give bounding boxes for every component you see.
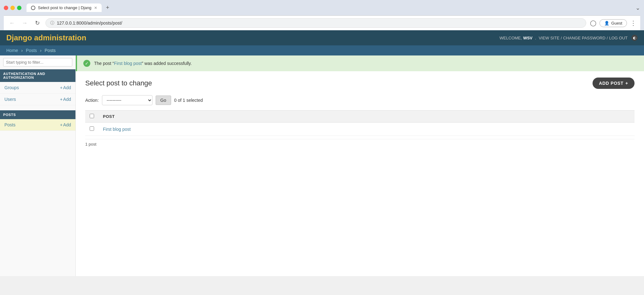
sidebar-posts-link[interactable]: Posts bbox=[4, 122, 15, 127]
django-admin-title: Django administration bbox=[6, 33, 86, 42]
sidebar-filter-input[interactable] bbox=[3, 58, 72, 67]
post-count: 1 post bbox=[85, 139, 635, 149]
browser-actions: ◯ 👤 Guest ⋮ bbox=[590, 19, 636, 27]
sidebar-toggle-icon[interactable]: ◯ bbox=[590, 20, 596, 26]
breadcrumb-posts: Posts bbox=[45, 48, 56, 53]
info-icon: ⓘ bbox=[50, 20, 54, 26]
table-header-row: POST bbox=[85, 111, 635, 123]
breadcrumb-sep2: › bbox=[40, 48, 42, 53]
sidebar: AUTHENTICATION AND AUTHORIZATION Groups … bbox=[0, 55, 76, 276]
traffic-light-maximize[interactable] bbox=[17, 6, 21, 10]
table-row: First blog post bbox=[85, 123, 635, 136]
success-text: The post “First blog post” was added suc… bbox=[94, 61, 192, 66]
user-bar: WELCOME, WSV . VIEW SITE / CHANGE PASSWO… bbox=[499, 35, 638, 41]
post-link[interactable]: First blog post bbox=[103, 127, 131, 132]
select-all-checkbox[interactable] bbox=[90, 114, 94, 118]
separator1: . bbox=[535, 36, 536, 40]
content-area: Select post to change ADD POST + Action:… bbox=[76, 71, 644, 155]
breadcrumb: Home › Posts › Posts bbox=[0, 45, 644, 55]
welcome-text: WELCOME, bbox=[499, 36, 522, 40]
action-bar: Action: ---------- Go 0 of 1 selected bbox=[85, 95, 635, 105]
sidebar-item-users: Users Add bbox=[0, 94, 75, 105]
back-button[interactable]: ← bbox=[8, 20, 16, 26]
row-checkbox[interactable] bbox=[90, 126, 94, 131]
address-bar[interactable]: ⓘ 127.0.0.1:8000/admin/posts/post/ bbox=[45, 18, 586, 28]
add-post-icon: + bbox=[625, 81, 628, 86]
add-post-label: ADD POST bbox=[599, 81, 623, 86]
log-out-link[interactable]: LOG OUT bbox=[609, 36, 628, 40]
breadcrumb-home[interactable]: Home bbox=[6, 48, 18, 53]
django-header: Django administration WELCOME, WSV . VIE… bbox=[0, 30, 644, 45]
success-prefix: The post “ bbox=[94, 61, 114, 66]
separator3: / bbox=[607, 36, 608, 40]
account-icon: 👤 bbox=[604, 21, 609, 26]
dark-mode-toggle[interactable]: ◐ bbox=[631, 35, 638, 41]
view-site-link[interactable]: VIEW SITE bbox=[539, 36, 559, 40]
sidebar-groups-link[interactable]: Groups bbox=[4, 85, 19, 90]
separator2: / bbox=[561, 36, 562, 40]
sidebar-groups-add[interactable]: Add bbox=[60, 85, 71, 90]
browser-expand-icon[interactable]: ⌄ bbox=[635, 5, 640, 11]
traffic-lights bbox=[4, 6, 21, 10]
change-password-link[interactable]: CHANGE PASSWORD bbox=[563, 36, 605, 40]
guest-label: Guest bbox=[611, 21, 622, 26]
row-post-title: First blog post bbox=[98, 123, 635, 136]
go-button[interactable]: Go bbox=[156, 95, 171, 105]
success-message: ✓ The post “First blog post” was added s… bbox=[76, 55, 644, 71]
breadcrumb-posts-app[interactable]: Posts bbox=[26, 48, 37, 53]
sidebar-users-add[interactable]: Add bbox=[60, 97, 71, 102]
posts-table: POST First blog post bbox=[85, 110, 635, 136]
column-post-header[interactable]: POST bbox=[98, 111, 635, 123]
traffic-light-minimize[interactable] bbox=[10, 6, 15, 10]
action-select[interactable]: ---------- bbox=[102, 95, 152, 105]
sidebar-users-link[interactable]: Users bbox=[4, 97, 16, 102]
sidebar-filter-area bbox=[0, 55, 75, 69]
browser-chrome: Select post to change | Djang ✕ + ⌄ ← → … bbox=[0, 0, 644, 30]
row-checkbox-cell bbox=[85, 123, 98, 136]
guest-button[interactable]: 👤 Guest bbox=[599, 19, 627, 27]
tab-globe-icon bbox=[31, 6, 35, 10]
tab-title: Select post to change | Djang bbox=[38, 5, 92, 10]
page-title: Select post to change bbox=[85, 79, 152, 87]
username: WSV bbox=[523, 36, 533, 40]
sidebar-spacer bbox=[0, 105, 75, 110]
new-tab-button[interactable]: + bbox=[103, 3, 172, 13]
action-label: Action: bbox=[85, 98, 99, 103]
success-post-link[interactable]: First blog post bbox=[114, 61, 142, 66]
add-post-button[interactable]: ADD POST + bbox=[593, 78, 635, 89]
breadcrumb-sep1: › bbox=[21, 48, 23, 53]
sidebar-item-groups: Groups Add bbox=[0, 82, 75, 94]
sidebar-item-posts: Posts Add bbox=[0, 119, 75, 131]
browser-menu-button[interactable]: ⋮ bbox=[630, 19, 636, 27]
django-body: AUTHENTICATION AND AUTHORIZATION Groups … bbox=[0, 55, 644, 276]
url-text: 127.0.0.1:8000/admin/posts/post/ bbox=[57, 20, 122, 26]
main-content: ✓ The post “First blog post” was added s… bbox=[76, 55, 644, 276]
traffic-light-close[interactable] bbox=[4, 6, 8, 10]
browser-tab-active[interactable]: Select post to change | Djang ✕ bbox=[27, 3, 102, 12]
reload-button[interactable]: ↻ bbox=[33, 20, 42, 26]
tab-close-button[interactable]: ✕ bbox=[94, 6, 97, 10]
sidebar-auth-section: AUTHENTICATION AND AUTHORIZATION bbox=[0, 69, 75, 82]
forward-button[interactable]: → bbox=[20, 20, 29, 26]
header-checkbox-cell bbox=[85, 111, 98, 123]
success-icon: ✓ bbox=[83, 60, 90, 67]
browser-tabs: Select post to change | Djang ✕ + bbox=[27, 3, 635, 13]
content-header: Select post to change ADD POST + bbox=[85, 78, 635, 89]
sidebar-posts-section: POSTS bbox=[0, 110, 75, 119]
sidebar-posts-add[interactable]: Add bbox=[60, 122, 71, 127]
selected-count: 0 of 1 selected bbox=[174, 98, 203, 103]
browser-toolbar: ← → ↻ ⓘ 127.0.0.1:8000/admin/posts/post/… bbox=[4, 15, 640, 30]
success-suffix: ” was added successfully. bbox=[142, 61, 192, 66]
browser-titlebar: Select post to change | Djang ✕ + ⌄ bbox=[4, 3, 640, 15]
